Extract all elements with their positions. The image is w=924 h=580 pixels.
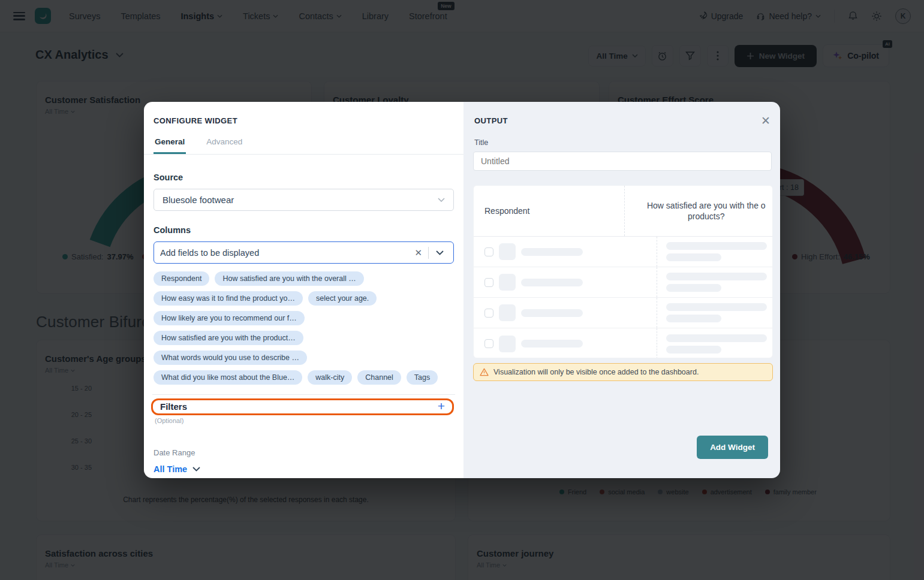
text-skeleton xyxy=(666,334,767,342)
text-skeleton xyxy=(666,253,721,261)
filters-row-highlighted: Filters + xyxy=(151,398,454,415)
modal-title: CONFIGURE WIDGET xyxy=(154,116,454,125)
visualization-warning-banner: Visualization will only be visible once … xyxy=(473,363,773,381)
source-label: Source xyxy=(154,173,454,182)
output-preview-table: Respondent How satisfied are you with th… xyxy=(473,185,773,358)
clear-x-icon[interactable]: ✕ xyxy=(408,247,428,258)
table-row xyxy=(474,267,772,298)
row-checkbox[interactable] xyxy=(484,339,493,348)
table-row xyxy=(474,237,772,267)
filters-label: Filters xyxy=(160,401,187,412)
text-skeleton xyxy=(521,309,583,317)
warning-triangle-icon xyxy=(480,368,489,376)
configure-widget-modal: CONFIGURE WIDGET General Advanced Source… xyxy=(144,102,780,478)
avatar-skeleton xyxy=(499,336,516,352)
avatar-skeleton xyxy=(499,243,516,260)
text-skeleton xyxy=(666,303,767,311)
columns-multiselect[interactable]: ✕ xyxy=(154,241,454,264)
column-chip[interactable]: Channel xyxy=(357,370,401,385)
chevron-down-icon[interactable] xyxy=(429,250,447,255)
row-checkbox[interactable] xyxy=(484,247,493,256)
row-checkbox[interactable] xyxy=(484,309,493,318)
table-row xyxy=(474,328,772,358)
chevron-down-icon xyxy=(438,198,445,202)
table-body xyxy=(474,237,772,358)
column-chip[interactable]: What words would you use to describe … xyxy=(154,351,307,365)
avatar-skeleton xyxy=(499,274,516,291)
text-skeleton xyxy=(666,284,721,292)
text-skeleton xyxy=(521,248,583,256)
column-header-question: How satisfied are you with the o product… xyxy=(624,186,772,236)
column-chip[interactable]: Tags xyxy=(407,370,438,385)
column-chip[interactable]: How satisfied are you with the overall … xyxy=(215,271,363,286)
chevron-down-icon xyxy=(192,467,200,472)
modal-tabs: General Advanced xyxy=(144,134,463,155)
source-select[interactable]: Bluesole footwear xyxy=(154,189,454,211)
tab-advanced[interactable]: Advanced xyxy=(205,134,243,154)
column-chip[interactable]: walk-city xyxy=(308,370,352,385)
row-checkbox[interactable] xyxy=(484,278,493,287)
date-range-label: Date Range xyxy=(154,448,454,457)
columns-label: Columns xyxy=(154,225,454,235)
output-panel: OUTPUT ✕ Title Respondent How satisfied … xyxy=(463,102,780,478)
table-header: Respondent How satisfied are you with th… xyxy=(474,186,772,237)
text-skeleton xyxy=(666,346,721,354)
divider xyxy=(152,394,455,395)
add-widget-button[interactable]: Add Widget xyxy=(697,436,768,459)
configure-panel: CONFIGURE WIDGET General Advanced Source… xyxy=(144,102,463,478)
column-chip[interactable]: select your age. xyxy=(308,291,377,306)
text-skeleton xyxy=(521,340,583,348)
column-chip[interactable]: How satisfied are you with the product… xyxy=(154,331,303,345)
column-chip[interactable]: How likely are you to recommend our f… xyxy=(154,311,305,325)
title-label: Title xyxy=(474,138,772,147)
tab-general[interactable]: General xyxy=(154,134,186,154)
text-skeleton xyxy=(666,242,767,250)
output-title: OUTPUT xyxy=(474,116,508,125)
table-row xyxy=(474,298,772,328)
column-header-respondent: Respondent xyxy=(474,186,624,236)
add-filter-plus-icon[interactable]: + xyxy=(438,401,445,412)
column-chip[interactable]: Respondent xyxy=(154,271,209,286)
filters-optional-hint: (Optional) xyxy=(155,417,454,424)
column-chip[interactable]: What did you like most about the Blue… xyxy=(154,370,302,385)
column-chip[interactable]: How easy was it to find the product yo… xyxy=(154,291,303,306)
text-skeleton xyxy=(521,279,583,286)
text-skeleton xyxy=(666,315,721,322)
columns-input[interactable] xyxy=(160,248,408,258)
close-icon[interactable]: ✕ xyxy=(761,117,770,125)
date-range-dropdown[interactable]: All Time xyxy=(154,464,454,474)
text-skeleton xyxy=(666,273,767,280)
widget-title-input[interactable] xyxy=(473,152,772,171)
selected-column-chips: RespondentHow satisfied are you with the… xyxy=(154,271,455,385)
avatar-skeleton xyxy=(499,304,516,321)
